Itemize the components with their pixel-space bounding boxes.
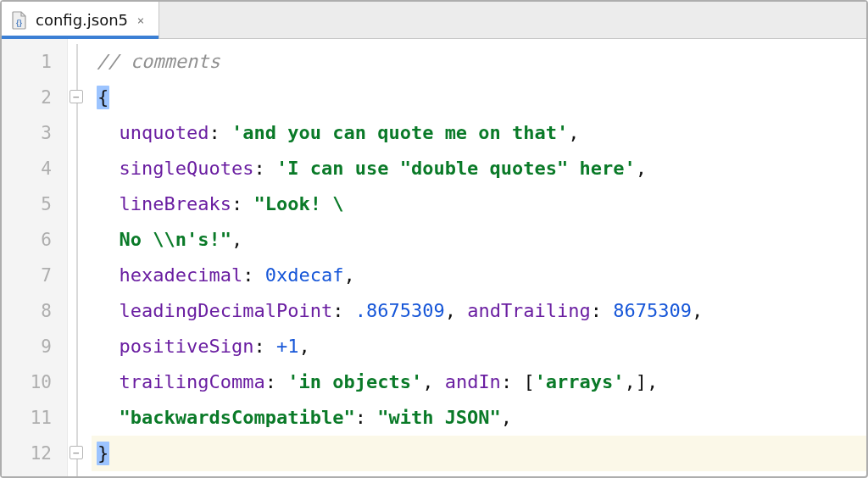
- bracket-token: ]: [636, 371, 647, 392]
- code-line[interactable]: "backwardsCompatible": "with JSON",: [92, 400, 866, 436]
- key-token: hexadecimal: [120, 264, 243, 286]
- close-brace-token: }: [97, 442, 109, 465]
- tab-bar: {} config.json5 ×: [2, 2, 866, 39]
- key-token: positiveSign: [120, 336, 254, 357]
- string-token: 'arrays': [535, 371, 625, 392]
- line-number: 1: [2, 44, 67, 80]
- string-token: 'in objects': [287, 371, 422, 392]
- line-number: 3: [2, 115, 67, 151]
- fold-toggle-open[interactable]: [70, 90, 83, 103]
- line-number-gutter: 1 2 3 4 5 6 7 8 9 10 11 12: [2, 39, 68, 476]
- code-line[interactable]: singleQuotes: 'I can use "double quotes"…: [92, 151, 866, 186]
- number-token: .8675309: [355, 300, 445, 321]
- string-token: 'and you can quote me on that': [231, 122, 568, 143]
- key-token: andTrailing: [467, 300, 591, 321]
- code-line-current[interactable]: }: [92, 436, 866, 471]
- editor-window: {} config.json5 × 1 2 3 4 5 6 7 8 9 10 1…: [0, 0, 868, 478]
- tab-config-json5[interactable]: {} config.json5 ×: [2, 2, 159, 38]
- tab-title: config.json5: [36, 11, 128, 29]
- editor-area[interactable]: 1 2 3 4 5 6 7 8 9 10 11 12: [2, 39, 866, 476]
- svg-text:{}: {}: [16, 19, 23, 27]
- comment-token: comments: [131, 51, 220, 72]
- key-token: lineBreaks: [120, 193, 231, 214]
- comment-token: //: [97, 51, 131, 72]
- code-line[interactable]: lineBreaks: "Look! \: [92, 186, 866, 222]
- code-line[interactable]: trailingComma: 'in objects', andIn: ['ar…: [92, 364, 866, 400]
- code-line[interactable]: positiveSign: +1,: [92, 329, 866, 364]
- string-token: No \\n's!": [120, 229, 231, 250]
- line-number: 4: [2, 151, 67, 186]
- number-token: +1: [276, 336, 299, 357]
- code-line[interactable]: No \\n's!",: [92, 222, 866, 258]
- line-number: 5: [2, 186, 67, 222]
- code-pane[interactable]: // comments { unquoted: 'and you can quo…: [92, 39, 866, 476]
- string-token: "with JSON": [377, 407, 501, 428]
- code-line[interactable]: {: [92, 80, 866, 115]
- json5-file-icon: {}: [10, 11, 29, 30]
- line-number: 8: [2, 293, 67, 329]
- code-line[interactable]: leadingDecimalPoint: .8675309, andTraili…: [92, 293, 866, 329]
- line-number: 11: [2, 400, 67, 436]
- bracket-token: [: [523, 371, 534, 392]
- key-token: andIn: [445, 371, 501, 392]
- fold-toggle-close[interactable]: [70, 446, 83, 459]
- open-brace-token: {: [97, 86, 109, 109]
- string-token: 'I can use "double quotes" here': [276, 158, 636, 179]
- code-line[interactable]: hexadecimal: 0xdecaf,: [92, 258, 866, 293]
- line-number: 2: [2, 80, 67, 115]
- fold-column: [68, 39, 92, 476]
- key-token: unquoted: [120, 122, 209, 143]
- number-token: 0xdecaf: [265, 264, 344, 286]
- line-number: 7: [2, 258, 67, 293]
- key-token: singleQuotes: [120, 158, 254, 179]
- code-line[interactable]: unquoted: 'and you can quote me on that'…: [92, 115, 866, 151]
- key-token: trailingComma: [120, 371, 265, 392]
- key-token: "backwardsCompatible": [120, 407, 355, 428]
- key-token: leadingDecimalPoint: [120, 300, 333, 321]
- string-token: "Look! \: [253, 193, 343, 214]
- line-number: 9: [2, 329, 67, 364]
- line-number: 10: [2, 364, 67, 400]
- line-number: 6: [2, 222, 67, 258]
- close-icon[interactable]: ×: [135, 14, 147, 26]
- number-token: 8675309: [613, 300, 692, 321]
- line-number: 12: [2, 436, 67, 471]
- code-line[interactable]: // comments: [92, 44, 866, 80]
